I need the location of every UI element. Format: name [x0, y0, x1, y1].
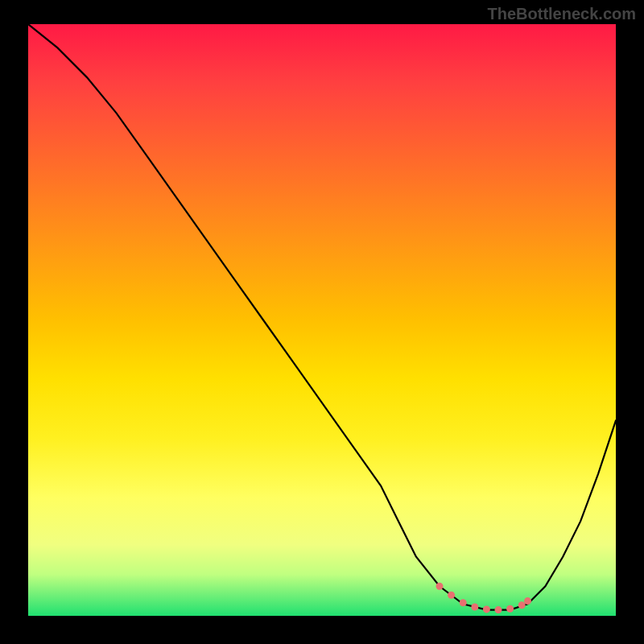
optimal-range-markers	[436, 583, 532, 613]
marker-dot	[495, 606, 502, 613]
marker-dot	[448, 592, 455, 599]
watermark-text: TheBottleneck.com	[488, 5, 636, 23]
marker-dot	[436, 583, 444, 590]
chart-svg	[28, 24, 616, 616]
chart-plot-area	[28, 24, 616, 616]
marker-dot	[471, 604, 478, 611]
marker-dot	[506, 605, 514, 613]
marker-dot	[524, 597, 531, 605]
marker-dot	[483, 605, 490, 613]
bottleneck-curve-line	[28, 24, 616, 610]
marker-dot	[518, 601, 526, 609]
marker-dot	[460, 599, 467, 606]
